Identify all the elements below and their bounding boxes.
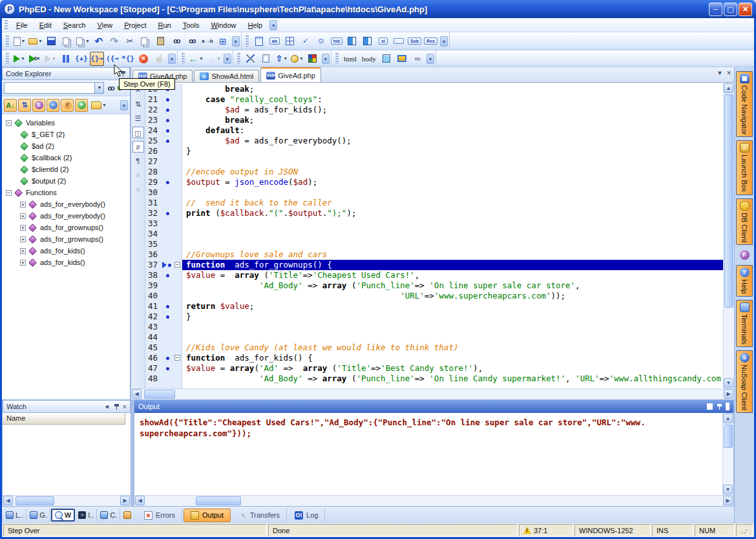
statement-dot-icon[interactable] bbox=[166, 357, 169, 360]
watch-name-column-header[interactable]: Name bbox=[3, 413, 125, 425]
code-line-22[interactable]: 22 $ad = ads_for_kids(); bbox=[145, 105, 723, 115]
html-clipboard-button[interactable] bbox=[379, 52, 394, 66]
editor-tab-givead.php[interactable]: PHPGiveAd.php bbox=[260, 67, 320, 82]
gutter-markers[interactable] bbox=[162, 177, 174, 187]
gutter-markers[interactable] bbox=[162, 94, 174, 105]
band-overflow-chevron[interactable]: ▾ bbox=[426, 54, 434, 64]
debug-tab-c[interactable]: C. bbox=[98, 509, 120, 522]
editor-tab-showad.html[interactable]: eShowAd.html bbox=[194, 70, 259, 82]
code-line-38[interactable]: 38$value = array ('Title'=>'Cheapest Use… bbox=[145, 270, 723, 280]
menu-help[interactable]: Help bbox=[242, 20, 269, 30]
collapse-box-icon[interactable]: − bbox=[6, 190, 12, 196]
code-line-24[interactable]: 24 default: bbox=[145, 125, 723, 136]
code-line-27[interactable]: 27 bbox=[145, 156, 723, 167]
scroll-left-arrow[interactable]: ◀ bbox=[3, 496, 13, 505]
settings-button[interactable] bbox=[244, 52, 258, 66]
scroll-thumb[interactable] bbox=[724, 94, 733, 308]
gutter-markers[interactable] bbox=[162, 239, 174, 249]
menu-tools[interactable]: Tools bbox=[177, 20, 205, 30]
insert-submit[interactable]: Sub bbox=[407, 34, 422, 48]
sort-order-button[interactable]: ⇅ bbox=[18, 99, 31, 112]
tree-item[interactable]: +ads_for_kids() bbox=[6, 245, 130, 257]
chevron-down-icon[interactable]: ▼ bbox=[283, 56, 288, 61]
find-in-files[interactable]: oo bbox=[185, 34, 199, 48]
scroll-thumb[interactable] bbox=[724, 425, 733, 448]
gutter-markers[interactable] bbox=[162, 156, 174, 167]
dock-tab-help[interactable]: ?Help bbox=[736, 265, 753, 297]
insert-link-button[interactable]: ∞ bbox=[410, 52, 425, 66]
undo[interactable]: ↶ bbox=[92, 34, 106, 48]
find[interactable]: oo bbox=[169, 34, 184, 48]
editor-area[interactable]: ✕ ⇅ ☰ ◫ # ¶ ≡ ≡ 20 break;21 case "really… bbox=[131, 82, 734, 388]
chevron-down-icon[interactable]: ▼ bbox=[85, 39, 90, 43]
menu-project[interactable]: Project bbox=[118, 20, 152, 30]
run-button[interactable]: ▼ bbox=[12, 52, 26, 66]
fold-column[interactable] bbox=[174, 343, 182, 353]
save-all[interactable] bbox=[60, 34, 74, 48]
scroll-down-arrow[interactable]: ▼ bbox=[723, 485, 733, 494]
expand-box-icon[interactable]: + bbox=[20, 225, 26, 231]
dock-tab-nusoap-client[interactable]: SNuSoap Client bbox=[736, 350, 753, 413]
statement-dot-icon[interactable] bbox=[166, 109, 169, 112]
pilcrow-icon[interactable]: ¶ bbox=[132, 155, 144, 167]
step-out-button[interactable]: ({→ bbox=[105, 52, 120, 66]
insert-image-button[interactable] bbox=[395, 52, 409, 66]
statement-dot-icon[interactable] bbox=[166, 315, 169, 319]
save-file[interactable] bbox=[45, 34, 59, 48]
code-line-44[interactable]: 44 bbox=[145, 332, 723, 343]
chevron-down-icon[interactable]: ▼ bbox=[216, 56, 221, 61]
statement-dot-icon[interactable] bbox=[166, 305, 169, 308]
fold-column[interactable]: − bbox=[174, 353, 182, 363]
tab-close-icon[interactable]: ✕ bbox=[726, 70, 731, 76]
band-overflow-chevron[interactable]: ▾ bbox=[168, 54, 176, 64]
tab-list-chevron[interactable]: ▼ bbox=[717, 70, 723, 76]
code-line-46[interactable]: 46−function ads_for_kids() { bbox=[145, 353, 723, 363]
pin-icon[interactable] bbox=[717, 404, 722, 410]
tree-item[interactable]: +ads_for_grownups() bbox=[6, 233, 130, 245]
scroll-right-arrow[interactable]: ▶ bbox=[724, 389, 733, 399]
line-numbers-icon[interactable]: # bbox=[132, 141, 144, 153]
output-text[interactable]: showAd({"Title":"Cheapest Used Cars!","A… bbox=[134, 413, 722, 495]
log-tab-log[interactable]: O!Log bbox=[288, 509, 325, 522]
gutter-markers[interactable] bbox=[162, 187, 174, 198]
menu-overflow-chevron[interactable]: ▾ bbox=[269, 20, 277, 30]
gutter-markers[interactable] bbox=[162, 343, 174, 353]
accounts-button[interactable]: ▼ bbox=[290, 52, 304, 66]
split-view-icon[interactable]: ⇅ bbox=[132, 98, 144, 110]
dock-tab-launch-box[interactable]: ≡Launch Box bbox=[736, 140, 753, 195]
gutter-markers[interactable] bbox=[162, 208, 174, 218]
profiler-button[interactable]: ▼ bbox=[43, 52, 58, 66]
fold-column[interactable] bbox=[174, 105, 182, 115]
export-button[interactable]: ▼ bbox=[91, 101, 107, 109]
chevron-down-icon[interactable]: ▼ bbox=[199, 56, 204, 61]
code-line-28[interactable]: 28//encode output in JSON bbox=[145, 167, 723, 177]
open-file[interactable]: ▼ bbox=[28, 34, 43, 48]
gutter-markers[interactable] bbox=[162, 322, 174, 332]
tree-item[interactable]: $output (2) bbox=[6, 175, 130, 187]
statement-dot-icon[interactable] bbox=[166, 181, 169, 184]
gutter-markers[interactable] bbox=[162, 312, 174, 322]
tree-item[interactable]: $clientId (2) bbox=[6, 164, 130, 175]
dock-tab-code-navigator[interactable]: ▦Code Navigator bbox=[736, 71, 753, 137]
close-icon[interactable]: × bbox=[123, 403, 127, 410]
tree-group-functions[interactable]: −Functions bbox=[6, 187, 130, 198]
scroll-thumb[interactable] bbox=[16, 496, 54, 505]
gutter-markers[interactable] bbox=[162, 218, 174, 229]
code-line-35[interactable]: 35 bbox=[145, 239, 723, 249]
scroll-down-arrow[interactable]: ▼ bbox=[724, 378, 733, 388]
scroll-thumb[interactable] bbox=[196, 496, 241, 505]
fold-column[interactable] bbox=[174, 167, 182, 177]
debug-tab-i[interactable]: >I.. bbox=[76, 509, 97, 522]
code-line-21[interactable]: 21 case "really_cool_toys": bbox=[145, 94, 723, 105]
insert-hidden-field[interactable]: hid bbox=[330, 34, 344, 48]
code-view[interactable]: 20 break;21 case "really_cool_toys":22 $… bbox=[145, 83, 723, 388]
statement-dot-icon[interactable] bbox=[168, 264, 171, 267]
fold-column[interactable] bbox=[174, 208, 182, 218]
navigate-back-button[interactable]: ←▼ bbox=[188, 52, 204, 66]
code-line-42[interactable]: 42} bbox=[145, 312, 723, 322]
column-select-icon[interactable]: ◫ bbox=[132, 127, 144, 138]
fold-column[interactable] bbox=[174, 239, 182, 249]
gutter-markers[interactable] bbox=[162, 363, 174, 374]
gutter-markers[interactable] bbox=[162, 301, 174, 312]
code-line-20[interactable]: 20 break; bbox=[145, 84, 723, 94]
